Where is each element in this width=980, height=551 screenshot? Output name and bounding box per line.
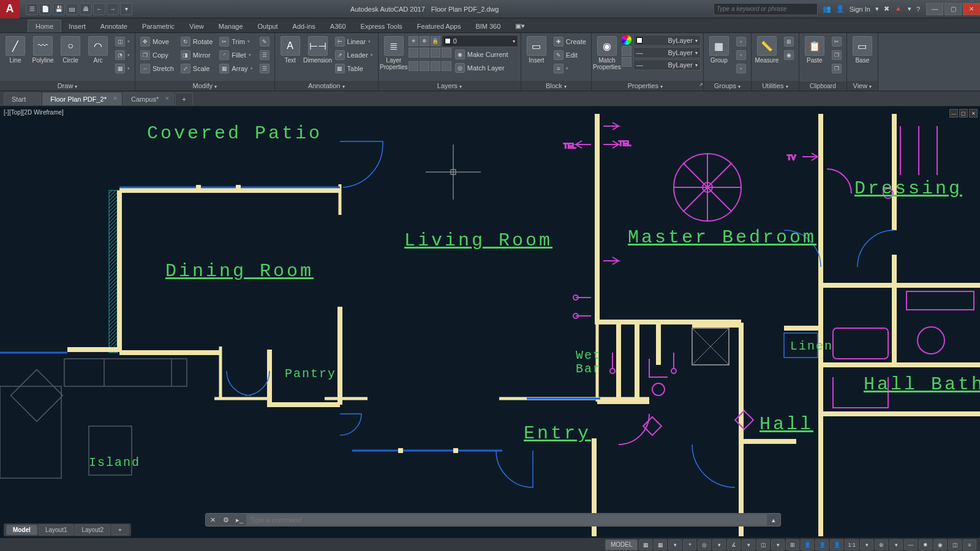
close-button[interactable]: ✕ bbox=[963, 3, 980, 15]
insert-block-button[interactable]: ▭Insert bbox=[524, 35, 549, 64]
layer-freeze-icon[interactable]: ❄ bbox=[420, 36, 429, 46]
linear-button[interactable]: ⊢Linear▾ bbox=[333, 35, 375, 48]
modelspace-button[interactable]: MODEL bbox=[605, 539, 638, 550]
draw-rectangle-button[interactable]: ◫▾ bbox=[113, 35, 132, 48]
ortho-toggle[interactable]: ⌖ bbox=[683, 539, 696, 550]
layout-tab-layout1[interactable]: Layout1 bbox=[39, 525, 74, 535]
offset-button[interactable]: ☰ bbox=[257, 62, 272, 75]
layer-state-icon[interactable]: ☀ bbox=[409, 36, 418, 46]
lineweight-toggle[interactable]: ⊞ bbox=[786, 539, 799, 550]
osnap-toggle[interactable]: ◫ bbox=[756, 539, 770, 550]
panel-title-utilities[interactable]: Utilities▾ bbox=[752, 81, 799, 91]
stay-connected-icon[interactable]: 🔺 bbox=[894, 5, 903, 13]
array-button[interactable]: ▦Array▾ bbox=[217, 62, 255, 75]
status-dropdown[interactable]: ▾ bbox=[860, 539, 873, 550]
tab-addins[interactable]: Add-ins bbox=[285, 20, 323, 32]
annotation-visibility[interactable]: 👤 bbox=[815, 539, 829, 550]
panel-title-properties[interactable]: Properties▾↗ bbox=[592, 81, 703, 91]
line-button[interactable]: ╱Line bbox=[2, 35, 28, 64]
command-close-icon[interactable]: ✕ bbox=[206, 513, 219, 527]
signin-button[interactable]: Sign In bbox=[850, 6, 870, 13]
qat-undo-button[interactable]: ← bbox=[93, 3, 105, 15]
annotation-monitor[interactable]: — bbox=[904, 539, 918, 550]
status-dropdown[interactable]: ▾ bbox=[742, 539, 755, 550]
edit-block-button[interactable]: ✎Edit bbox=[551, 48, 589, 61]
polyline-button[interactable]: 〰Polyline bbox=[30, 35, 56, 64]
rotate-button[interactable]: ↻Rotate bbox=[178, 35, 215, 48]
layer-tool-icon[interactable] bbox=[442, 48, 451, 58]
layout-tab-add[interactable]: + bbox=[111, 525, 129, 535]
status-dropdown[interactable]: ▾ bbox=[889, 539, 903, 550]
fillet-button[interactable]: ◜Fillet▾ bbox=[217, 48, 255, 61]
move-button[interactable]: ✥Move bbox=[138, 35, 176, 48]
layer-tool-icon[interactable] bbox=[420, 61, 429, 71]
scale-button[interactable]: 1:1 bbox=[845, 539, 859, 550]
tab-parametric[interactable]: Parametric bbox=[135, 20, 182, 32]
utility-button[interactable]: ⊞ bbox=[782, 35, 796, 48]
tab-annotate[interactable]: Annotate bbox=[93, 20, 135, 32]
infocenter-search-input[interactable] bbox=[714, 3, 818, 15]
utility-button[interactable]: ◉ bbox=[782, 48, 796, 61]
tab-home[interactable]: Home bbox=[28, 20, 61, 32]
customization-button[interactable]: ≡ bbox=[963, 539, 976, 550]
color-wheel-icon[interactable] bbox=[622, 35, 631, 45]
layer-dropdown[interactable]: 0▾ bbox=[442, 35, 518, 47]
layer-tool-icon[interactable] bbox=[431, 61, 440, 71]
layer-lock-icon[interactable]: 🔒 bbox=[431, 36, 440, 46]
paste-button[interactable]: 📋Paste bbox=[802, 35, 827, 64]
qat-button[interactable]: ☰ bbox=[26, 3, 38, 15]
tab-bim360[interactable]: BIM 360 bbox=[468, 20, 508, 32]
layer-tool-icon[interactable] bbox=[442, 61, 451, 71]
minimize-button[interactable]: — bbox=[926, 3, 943, 15]
qat-dropdown[interactable]: ▾ bbox=[120, 3, 132, 15]
layer-tool-icon[interactable] bbox=[409, 61, 418, 71]
mirror-button[interactable]: ◨Mirror bbox=[178, 48, 215, 61]
layer-tool-icon[interactable] bbox=[409, 48, 418, 58]
tab-manage[interactable]: Manage bbox=[211, 20, 251, 32]
qat-button[interactable]: 🖶 bbox=[80, 3, 92, 15]
file-tab-campus[interactable]: Campus*✕ bbox=[123, 92, 174, 105]
exchange-apps-icon[interactable]: ✖ bbox=[884, 5, 889, 13]
group-button[interactable]: ▦Group bbox=[706, 35, 732, 64]
layout-tab-layout2[interactable]: Layout2 bbox=[75, 525, 110, 535]
tab-view[interactable]: View bbox=[182, 20, 211, 32]
qat-button[interactable]: 📄 bbox=[39, 3, 51, 15]
layer-tool-icon[interactable] bbox=[431, 48, 440, 58]
polar-toggle[interactable]: ◎ bbox=[698, 539, 711, 550]
layout-tab-model[interactable]: Model bbox=[6, 525, 37, 535]
isolate-objects[interactable]: ◉ bbox=[933, 539, 947, 550]
linetype-icon[interactable] bbox=[622, 57, 631, 67]
qat-button[interactable]: 💾 bbox=[53, 3, 65, 15]
edit-attributes-button[interactable]: ≡▾ bbox=[551, 62, 589, 75]
grid-toggle[interactable]: ▦ bbox=[639, 539, 652, 550]
panel-title-layers[interactable]: Layers▾ bbox=[379, 81, 521, 91]
erase-button[interactable]: ✎ bbox=[257, 35, 272, 48]
autodesk-360-icon[interactable]: 👥 bbox=[823, 5, 831, 13]
status-dropdown[interactable]: ▾ bbox=[668, 539, 682, 550]
viewport-label[interactable]: [-][Top][2D Wireframe] bbox=[4, 109, 64, 116]
scale-button[interactable]: ⤢Scale bbox=[178, 62, 215, 75]
panel-title-modify[interactable]: Modify▾ bbox=[135, 81, 274, 91]
tab-insert[interactable]: Insert bbox=[61, 20, 93, 32]
status-dropdown[interactable]: ▾ bbox=[712, 539, 726, 550]
tab-visibility-toggle[interactable]: ▣▾ bbox=[508, 20, 532, 32]
linetype-combo[interactable]: —ByLayer▾ bbox=[633, 59, 701, 70]
signin-dropdown[interactable]: ▾ bbox=[875, 5, 879, 13]
copybase-button[interactable]: ❐ bbox=[829, 62, 844, 75]
help-icon[interactable]: ? bbox=[916, 6, 920, 13]
group-edit-button[interactable]: ▫ bbox=[734, 48, 748, 61]
trim-button[interactable]: ✂Trim▾ bbox=[217, 35, 255, 48]
panel-title-groups[interactable]: Groups▾ bbox=[704, 81, 751, 91]
measure-button[interactable]: 📏Measure bbox=[754, 35, 780, 64]
workspace-switch[interactable]: ⊕ bbox=[875, 539, 888, 550]
lineweight-icon[interactable] bbox=[622, 46, 631, 56]
annotation-scale[interactable]: 👤 bbox=[801, 539, 814, 550]
annotation-autoscale[interactable]: 👤 bbox=[830, 539, 843, 550]
isoplane-toggle[interactable]: ∡ bbox=[727, 539, 741, 550]
draw-hatch-button[interactable]: ▦▾ bbox=[113, 62, 132, 75]
layer-properties-button[interactable]: ≣Layer Properties bbox=[381, 35, 407, 70]
user-icon[interactable]: 👤 bbox=[836, 5, 845, 13]
drawing-canvas[interactable]: [-][Top][2D Wireframe] — ▢ ✕ bbox=[0, 107, 980, 538]
close-tab-icon[interactable]: ✕ bbox=[113, 96, 118, 102]
text-button[interactable]: AText bbox=[277, 35, 303, 64]
